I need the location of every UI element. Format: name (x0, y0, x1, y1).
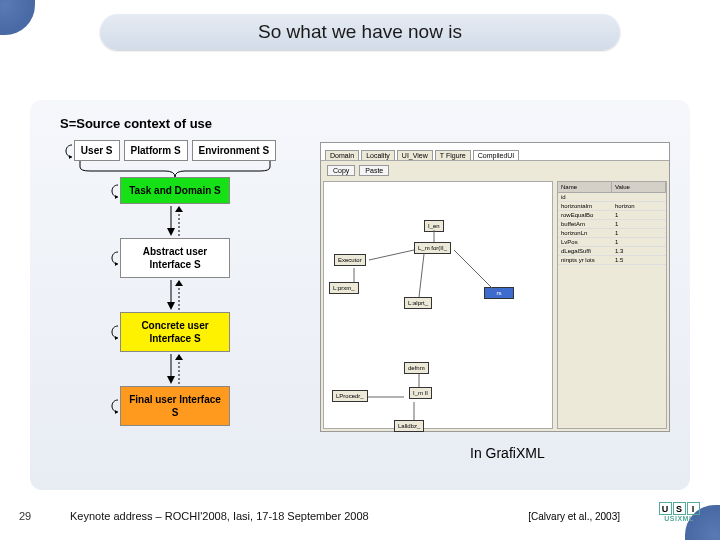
property-row[interactable]: ninpts yr lots1.5 (558, 256, 666, 265)
page-number: 29 (0, 510, 50, 522)
panel-header: Name Value (558, 182, 666, 193)
footer-text: Keynote address – ROCHI'2008, Iasi, 17-1… (50, 510, 528, 522)
node[interactable]: L_m for(II_ (414, 242, 451, 254)
triple-row: User S Platform S Environment S (45, 140, 305, 161)
slide-title: So what we have now is (100, 14, 620, 50)
self-loop-icon (107, 182, 119, 200)
svg-marker-5 (167, 302, 175, 310)
self-loop-icon (107, 323, 119, 341)
bracket-icon (45, 161, 305, 177)
property-row[interactable]: horizontalmhorizon (558, 202, 666, 211)
tab-locality[interactable]: Locality (361, 150, 395, 160)
connector (45, 204, 305, 238)
box-user-s: User S (74, 140, 120, 161)
property-row[interactable]: id (558, 193, 666, 202)
paste-button[interactable]: Paste (359, 165, 389, 176)
svg-marker-1 (167, 228, 175, 236)
property-row[interactable]: dLegalSuffi1.3 (558, 247, 666, 256)
node[interactable]: I_m II (409, 387, 432, 399)
col-value: Value (612, 182, 666, 192)
svg-marker-11 (175, 354, 183, 360)
box-abstract-ui: Abstract user Interface S (120, 238, 230, 278)
context-label: S=Source context of use (60, 116, 212, 131)
property-row[interactable]: LvPos1 (558, 238, 666, 247)
box-task-domain: Task and Domain S (120, 177, 230, 204)
property-row[interactable]: horizonLn1 (558, 229, 666, 238)
content-panel: S=Source context of use User S Platform … (30, 100, 690, 490)
grafixml-screenshot: Domain Locality UI_View T Figure Compile… (320, 142, 670, 432)
node[interactable]: LProcedr_ (332, 390, 368, 402)
node[interactable]: I_en (424, 220, 444, 232)
tab-compiledui[interactable]: CompiledUI (473, 150, 520, 160)
box-environment-s: Environment S (192, 140, 277, 161)
footer: 29 Keynote address – ROCHI'2008, Iasi, 1… (0, 510, 720, 522)
box-final-ui: Final user Interface S (120, 386, 230, 426)
self-loop-icon (107, 397, 119, 415)
tab-bar: Domain Locality UI_View T Figure Compile… (321, 143, 669, 161)
diagram-column: User S Platform S Environment S Task and… (45, 140, 305, 426)
svg-marker-3 (175, 206, 183, 212)
self-loop-icon (107, 249, 119, 267)
node[interactable]: defnm (404, 362, 429, 374)
svg-marker-9 (167, 376, 175, 384)
tab-domain[interactable]: Domain (325, 150, 359, 160)
svg-line-15 (419, 254, 424, 297)
node[interactable]: Executor (334, 254, 366, 266)
svg-marker-7 (175, 280, 183, 286)
self-loop-icon (61, 142, 73, 160)
svg-line-16 (454, 250, 494, 290)
property-row[interactable]: buffetAm1 (558, 220, 666, 229)
corner-decoration-tl (0, 0, 35, 35)
toolbar: Copy Paste (321, 161, 669, 179)
properties-panel: Name Value idhorizontalmhorizonrowEqualB… (557, 181, 667, 429)
copy-button[interactable]: Copy (327, 165, 355, 176)
property-row[interactable]: rowEqualBo1 (558, 211, 666, 220)
node[interactable]: L:alprt_ (404, 297, 432, 309)
node[interactable]: Lalldbz_ (394, 420, 424, 432)
col-name: Name (558, 182, 612, 192)
canvas[interactable]: I_en L_m for(II_ Executor L:prxm_ L:alpr… (323, 181, 553, 429)
usixml-logo: U S I USIXML (648, 502, 710, 532)
tab-uiview[interactable]: UI_View (397, 150, 433, 160)
connector (45, 278, 305, 312)
tool-label: In GrafiXML (470, 445, 545, 461)
box-platform-s: Platform S (124, 140, 188, 161)
tab-figure[interactable]: T Figure (435, 150, 471, 160)
connector (45, 352, 305, 386)
box-concrete-ui: Concrete user Interface S (120, 312, 230, 352)
node-selected[interactable]: rs (484, 287, 514, 299)
node[interactable]: L:prxm_ (329, 282, 359, 294)
svg-line-13 (369, 250, 414, 260)
